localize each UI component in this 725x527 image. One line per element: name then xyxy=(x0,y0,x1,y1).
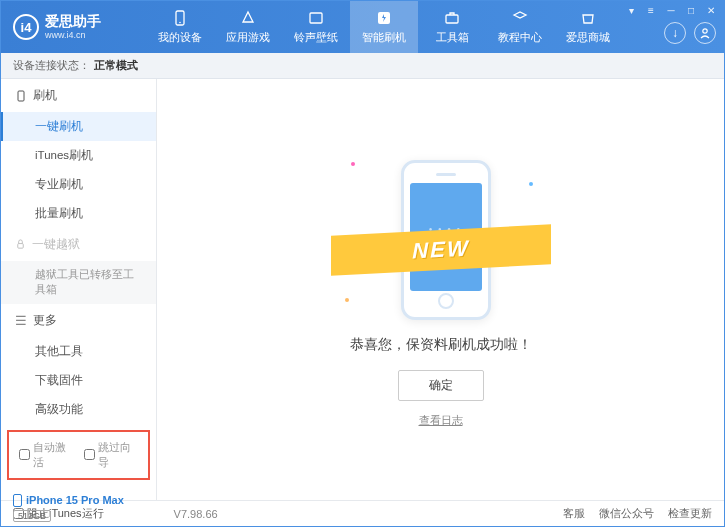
success-illustration: ● ● ● ● ● ● ● ● NEW xyxy=(341,152,541,322)
version-label: V7.98.66 xyxy=(174,508,218,520)
svg-point-5 xyxy=(703,29,707,33)
nav-label: 工具箱 xyxy=(436,30,469,45)
phone-icon xyxy=(13,494,22,507)
device-storage: 512GB xyxy=(13,510,51,522)
sidebar-item-other[interactable]: 其他工具 xyxy=(1,337,156,366)
success-message: 恭喜您，保资料刷机成功啦！ xyxy=(350,336,532,354)
svg-rect-2 xyxy=(310,13,322,23)
sidebar: 刷机 一键刷机 iTunes刷机 专业刷机 批量刷机 一键越狱 越狱工具已转移至… xyxy=(1,79,157,500)
status-value: 正常模式 xyxy=(94,58,138,73)
sidebar-section-jailbreak[interactable]: 一键越狱 xyxy=(1,228,156,261)
checkbox-label: 跳过向导 xyxy=(98,440,139,470)
more-icon: ☰ xyxy=(15,313,27,328)
device-info[interactable]: iPhone 15 Pro Max 512GB iPhone xyxy=(1,486,156,527)
logo[interactable]: i4 爱思助手 www.i4.cn xyxy=(1,14,146,40)
auto-activate-checkbox[interactable]: 自动激活 xyxy=(19,440,74,470)
section-label: 更多 xyxy=(33,312,57,329)
new-banner: NEW xyxy=(331,224,551,276)
store-icon xyxy=(579,9,597,27)
cart-icon[interactable]: ▾ xyxy=(624,5,638,16)
sidebar-item-pro[interactable]: 专业刷机 xyxy=(1,170,156,199)
svg-point-1 xyxy=(179,22,181,24)
nav-label: 教程中心 xyxy=(498,30,542,45)
sidebar-section-more[interactable]: ☰ 更多 xyxy=(1,304,156,337)
footer-support[interactable]: 客服 xyxy=(563,506,585,521)
user-button[interactable] xyxy=(694,22,716,44)
nav-flash[interactable]: 智能刷机 xyxy=(350,1,418,53)
app-title: 爱思助手 xyxy=(45,14,101,29)
app-header: ▾ ≡ ─ □ ✕ i4 爱思助手 www.i4.cn 我的设备 应用游戏 铃声… xyxy=(1,1,724,53)
app-url: www.i4.cn xyxy=(45,30,101,40)
nav-label: 我的设备 xyxy=(158,30,202,45)
device-icon xyxy=(171,9,189,27)
nav-label: 智能刷机 xyxy=(362,30,406,45)
lock-icon xyxy=(15,239,26,250)
status-label: 设备连接状态： xyxy=(13,58,90,73)
nav-tutorials[interactable]: 教程中心 xyxy=(486,1,554,53)
main-content: ● ● ● ● ● ● ● ● NEW 恭喜您，保资料刷机成功啦！ 确定 查看日… xyxy=(157,79,724,500)
banner-text: NEW xyxy=(412,235,469,264)
checkbox-input[interactable] xyxy=(84,449,95,460)
section-label: 刷机 xyxy=(33,87,57,104)
svg-rect-6 xyxy=(18,91,24,101)
footer-update[interactable]: 检查更新 xyxy=(668,506,712,521)
sidebar-item-oneclick[interactable]: 一键刷机 xyxy=(1,112,156,141)
nav-label: 铃声壁纸 xyxy=(294,30,338,45)
status-bar: 设备连接状态： 正常模式 xyxy=(1,53,724,79)
tutorial-icon xyxy=(511,9,529,27)
device-name: iPhone 15 Pro Max xyxy=(26,494,124,506)
checkbox-label: 自动激活 xyxy=(33,440,74,470)
section-label: 一键越狱 xyxy=(32,236,80,253)
sidebar-item-batch[interactable]: 批量刷机 xyxy=(1,199,156,228)
highlighted-options: 自动激活 跳过向导 xyxy=(7,430,150,480)
footer-wechat[interactable]: 微信公众号 xyxy=(599,506,654,521)
svg-rect-7 xyxy=(18,244,24,249)
svg-rect-4 xyxy=(446,15,458,23)
body: 刷机 一键刷机 iTunes刷机 专业刷机 批量刷机 一键越狱 越狱工具已转移至… xyxy=(1,79,724,500)
sidebar-section-flash[interactable]: 刷机 xyxy=(1,79,156,112)
wallpaper-icon xyxy=(307,9,325,27)
nav-apps[interactable]: 应用游戏 xyxy=(214,1,282,53)
skip-guide-checkbox[interactable]: 跳过向导 xyxy=(84,440,139,470)
nav-toolbox[interactable]: 工具箱 xyxy=(418,1,486,53)
nav-label: 应用游戏 xyxy=(226,30,270,45)
logo-icon: i4 xyxy=(13,14,39,40)
phone-icon xyxy=(15,90,27,102)
ok-button[interactable]: 确定 xyxy=(398,370,484,401)
jailbreak-note: 越狱工具已转移至工具箱 xyxy=(1,261,156,304)
sidebar-item-itunes[interactable]: iTunes刷机 xyxy=(1,141,156,170)
menu-icon[interactable]: ≡ xyxy=(644,5,658,16)
nav-store[interactable]: 爱思商城 xyxy=(554,1,622,53)
download-button[interactable]: ↓ xyxy=(664,22,686,44)
nav-label: 爱思商城 xyxy=(566,30,610,45)
sidebar-item-firmware[interactable]: 下载固件 xyxy=(1,366,156,395)
flash-icon xyxy=(375,9,393,27)
header-actions: ↓ xyxy=(664,1,716,53)
sidebar-item-advanced[interactable]: 高级功能 xyxy=(1,395,156,424)
nav-my-device[interactable]: 我的设备 xyxy=(146,1,214,53)
main-nav: 我的设备 应用游戏 铃声壁纸 智能刷机 工具箱 教程中心 爱思商城 xyxy=(146,1,622,53)
checkbox-input[interactable] xyxy=(19,449,30,460)
apps-icon xyxy=(239,9,257,27)
view-log-link[interactable]: 查看日志 xyxy=(419,413,463,428)
nav-wallpaper[interactable]: 铃声壁纸 xyxy=(282,1,350,53)
toolbox-icon xyxy=(443,9,461,27)
